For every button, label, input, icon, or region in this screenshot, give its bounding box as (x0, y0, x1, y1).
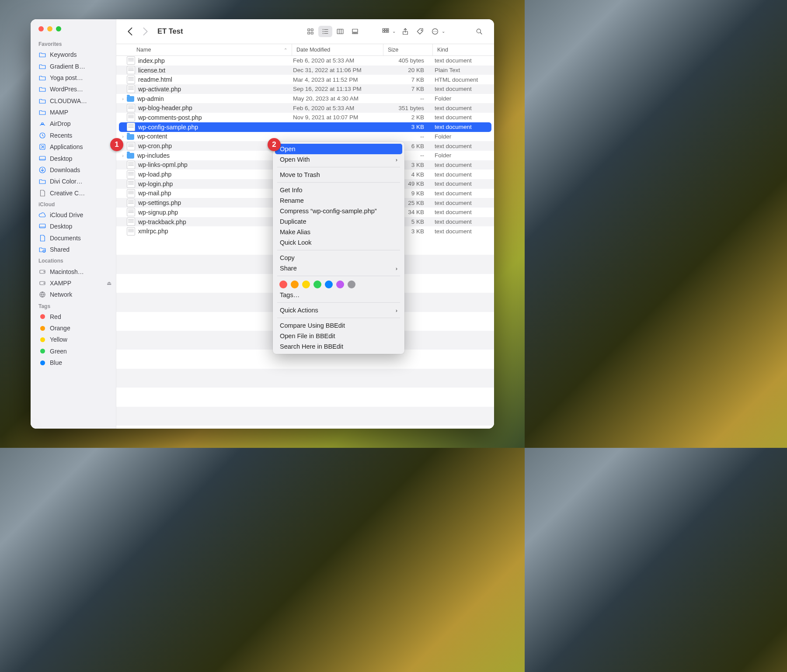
file-size: 3 KB (279, 124, 430, 130)
view-gallery-button[interactable] (348, 26, 362, 37)
file-row[interactable]: license.txtDec 31, 2022 at 11:06 PM20 KB… (116, 66, 494, 75)
disclosure-triangle-icon[interactable]: › (119, 153, 127, 158)
disclosure-triangle-icon[interactable]: › (119, 134, 127, 139)
context-menu-duplicate[interactable]: Duplicate (273, 216, 404, 227)
sidebar-item[interactable]: Applications (31, 141, 116, 152)
context-menu-quick-look[interactable]: Quick Look (273, 237, 404, 248)
document-icon (127, 199, 135, 207)
disclosure-triangle-icon[interactable]: › (119, 96, 127, 101)
sidebar-tag-item[interactable]: Green (31, 346, 116, 357)
sidebar-item-label: Gradient B… (50, 63, 85, 70)
tag-color-dot[interactable] (279, 281, 287, 288)
sidebar-item[interactable]: Recents (31, 130, 116, 141)
view-columns-button[interactable] (333, 26, 347, 37)
context-menu-trash[interactable]: Move to Trash (273, 170, 404, 180)
column-header-name[interactable]: Name ⌃ (116, 47, 292, 53)
file-date: Dec 31, 2022 at 11:06 PM (289, 67, 380, 73)
sidebar-item[interactable]: WordPres… (31, 83, 116, 95)
svg-rect-35 (385, 31, 387, 32)
sidebar: Favorites KeywordsGradient B…Yoga post…W… (31, 19, 116, 429)
sidebar-item[interactable]: Creative C… (31, 187, 116, 199)
view-icons-button[interactable] (303, 26, 317, 37)
file-size: 7 KB (380, 76, 430, 83)
context-menu-quick-actions[interactable]: Quick Actions› (273, 305, 404, 315)
svg-rect-15 (311, 29, 313, 31)
column-header-date[interactable]: Date Modified (292, 44, 383, 55)
sidebar-item[interactable]: Desktop (31, 221, 116, 232)
context-menu-open-with[interactable]: Open With› (273, 154, 404, 165)
sidebar-item[interactable]: XAMPP⏏ (31, 277, 116, 289)
context-menu-tags[interactable]: Tags… (273, 290, 404, 300)
sidebar-item[interactable]: AirDrop (31, 118, 116, 129)
tag-color-dot[interactable] (348, 281, 355, 288)
sidebar-tag-item[interactable]: Yellow (31, 334, 116, 345)
file-row[interactable]: readme.htmlMar 4, 2023 at 11:52 PM7 KBHT… (116, 75, 494, 84)
chevron-right-icon: › (396, 265, 397, 272)
svg-rect-27 (352, 29, 358, 32)
sidebar-item-label: Keywords (50, 51, 77, 58)
sidebar-item[interactable]: Keywords (31, 49, 116, 60)
context-menu-search-bbedit[interactable]: Search Here in BBEdit (273, 341, 404, 352)
document-icon (127, 113, 135, 121)
file-name: wp-config-sample.php (138, 124, 279, 131)
nav-forward-button[interactable] (139, 25, 151, 38)
context-menu-make-alias[interactable]: Make Alias (273, 227, 404, 237)
sidebar-item[interactable]: MAMP (31, 107, 116, 118)
context-menu-get-info[interactable]: Get Info (273, 185, 404, 195)
sidebar-tag-item[interactable]: Blue (31, 357, 116, 368)
file-row[interactable]: wp-activate.phpSep 16, 2022 at 11:13 PM7… (116, 84, 494, 94)
tag-color-dot[interactable] (336, 281, 344, 288)
file-row[interactable]: wp-comments-post.phpNov 9, 2021 at 10:07… (116, 113, 494, 122)
search-button[interactable] (472, 26, 486, 37)
document-icon (127, 76, 135, 84)
context-menu-open[interactable]: Open (275, 144, 402, 154)
context-menu-compare-bbedit[interactable]: Compare Using BBEdit (273, 320, 404, 331)
tags-button[interactable] (413, 26, 427, 37)
file-kind: text document (430, 114, 491, 121)
actions-button[interactable] (428, 26, 442, 37)
sidebar-tag-item[interactable]: Orange (31, 322, 116, 334)
eject-icon[interactable]: ⏏ (107, 280, 111, 286)
sidebar-item[interactable]: Yoga post… (31, 72, 116, 83)
context-menu-rename[interactable]: Rename (273, 195, 404, 206)
sidebar-item[interactable]: CLOUDWA… (31, 95, 116, 107)
minimize-window-button[interactable] (47, 26, 52, 31)
sidebar-item-label: Network (50, 291, 72, 298)
sidebar-item[interactable]: Divi Color… (31, 176, 116, 187)
sidebar-item[interactable]: Shared (31, 244, 116, 255)
annotation-badge-1: 1 (110, 138, 123, 151)
fullscreen-window-button[interactable] (56, 26, 61, 31)
sidebar-tag-item[interactable]: Red (31, 311, 116, 322)
close-window-button[interactable] (38, 26, 44, 31)
tag-color-dot[interactable] (291, 281, 299, 288)
file-row[interactable]: wp-config-sample.php3 KBtext document (119, 122, 491, 132)
file-name: wp-login.php (138, 180, 289, 187)
sidebar-item[interactable]: Network (31, 289, 116, 300)
sidebar-item[interactable]: Desktop (31, 152, 116, 164)
sidebar-item[interactable]: Downloads (31, 164, 116, 176)
nav-back-button[interactable] (124, 25, 136, 38)
file-row[interactable]: ›wp-content--Folder (116, 132, 494, 142)
sidebar-item-label: Desktop (50, 223, 72, 230)
column-header-kind[interactable]: Kind (432, 44, 494, 55)
file-row[interactable]: index.phpFeb 6, 2020 at 5:33 AM405 bytes… (116, 56, 494, 66)
column-header-size[interactable]: Size (383, 44, 432, 55)
svg-rect-17 (311, 32, 313, 34)
sidebar-item[interactable]: iCloud Drive (31, 209, 116, 221)
file-row[interactable]: wp-blog-header.phpFeb 6, 2020 at 5:33 AM… (116, 103, 494, 113)
file-row[interactable]: ›wp-adminMay 20, 2023 at 4:30 AM--Folder (116, 94, 494, 104)
context-menu-compress[interactable]: Compress “wp-config-sample.php” (273, 206, 404, 216)
tag-color-dot[interactable] (302, 281, 310, 288)
share-button[interactable] (398, 26, 412, 37)
sidebar-item[interactable]: Gradient B… (31, 60, 116, 72)
group-by-button[interactable] (379, 26, 393, 37)
sidebar-item[interactable]: Macintosh… (31, 266, 116, 277)
sidebar-item[interactable]: Documents (31, 232, 116, 244)
context-menu-open-bbedit[interactable]: Open File in BBEdit (273, 331, 404, 341)
view-list-button[interactable] (318, 26, 332, 37)
tag-color-dot[interactable] (325, 281, 333, 288)
context-menu-share[interactable]: Share› (273, 263, 404, 274)
context-menu-copy[interactable]: Copy (273, 253, 404, 263)
tag-color-dot[interactable] (313, 281, 321, 288)
tag-dot-icon (38, 324, 46, 332)
